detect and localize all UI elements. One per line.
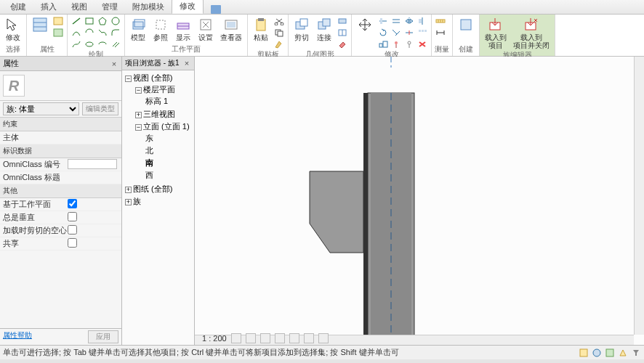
vertical-scrollbar[interactable] [634,57,644,335]
geom-join-button[interactable]: 连接 [314,16,334,42]
tab-addins[interactable]: 附加模块 [125,0,172,14]
array-button[interactable] [416,28,428,38]
apply-button[interactable]: 应用 [88,330,118,343]
status-icon-2[interactable] [592,348,602,358]
set-button[interactable]: 设置 [196,16,216,42]
scale-button[interactable] [377,39,389,49]
measure-button[interactable] [435,16,446,26]
workplane-checkbox[interactable] [68,199,77,208]
tree-north[interactable]: 北 [145,144,193,157]
tab-create[interactable]: 创建 [3,0,33,14]
visual-style-icon[interactable] [246,333,256,343]
dimension-button[interactable] [435,28,446,38]
tab-manage[interactable]: 管理 [94,0,125,14]
geom-cut-button[interactable]: 剪切 [291,16,312,42]
polygon-circum-tool[interactable] [110,16,121,26]
move-button[interactable] [355,16,375,33]
pick-lines-tool[interactable] [110,39,121,49]
offset-button[interactable] [390,16,402,26]
tree-views[interactable]: −视图 (全部) −楼层平面 标高 1 +三维视图 −立面 (立面 1) 东 北… [125,72,193,183]
load-close-button[interactable]: 载入到 项目并关闭 [511,16,552,50]
unpin-button[interactable] [403,39,415,49]
rect-tool[interactable] [84,16,95,26]
close-icon[interactable]: × [110,60,118,68]
tab-modify[interactable]: 修改 [172,0,204,14]
show-button[interactable]: 显示 [173,16,193,42]
vertical-checkbox[interactable] [68,212,77,221]
arc-center-tool[interactable] [84,28,95,38]
tree-level1[interactable]: 标高 1 [145,95,193,107]
mirror-axis-button[interactable] [403,16,415,26]
shared-checkbox[interactable] [68,238,77,248]
expand-icon[interactable]: + [125,187,132,193]
collapse-icon[interactable]: − [135,124,142,131]
crop-view-icon[interactable] [289,333,299,343]
tree-floorplans[interactable]: −楼层平面 标高 1 [135,83,193,108]
view-scale[interactable]: 1 : 200 [202,334,227,343]
crop-region-icon[interactable] [304,333,314,343]
split-face-button[interactable] [337,28,348,38]
tab-insert[interactable]: 插入 [33,0,64,14]
edit-type-button[interactable]: 编辑类型 [82,102,118,115]
panel-clipboard: 粘贴 剪贴板 [248,15,289,56]
expand-icon[interactable]: + [125,199,132,205]
copy-button[interactable] [273,28,285,38]
arc-tangent-tool[interactable] [97,28,108,38]
filter-icon[interactable] [631,348,641,358]
qat-dropdown-icon[interactable] [211,5,221,14]
load-into-project-button[interactable]: 载入到 项目 [483,16,509,50]
rotate-button[interactable] [377,28,389,38]
viewer-button[interactable]: 查看器 [218,16,244,42]
pin-button[interactable] [390,39,402,49]
delete-button[interactable] [416,39,428,49]
tree-south[interactable]: 南 [145,157,193,169]
tree-sheets[interactable]: +图纸 (全部) [125,183,193,195]
sun-path-icon[interactable] [260,333,270,343]
status-icon-4[interactable] [618,348,628,358]
status-icon-1[interactable] [579,348,589,358]
shadows-icon[interactable] [275,333,285,343]
close-icon[interactable]: × [182,59,191,68]
fillet-arc-tool[interactable] [110,28,121,38]
properties-help-link[interactable]: 属性帮助 [3,330,32,343]
spline-tool[interactable] [71,39,82,49]
tree-east[interactable]: 东 [145,132,193,144]
hide-isolate-icon[interactable] [318,333,329,343]
arc-start-end-tool[interactable] [71,28,82,38]
modify-button[interactable]: 修改 [3,16,23,42]
trim-extend-button[interactable] [390,28,402,38]
tab-view[interactable]: 视图 [64,0,94,14]
omniclass-number-input[interactable] [68,159,117,169]
split-button[interactable] [403,28,415,38]
ellipse-tool[interactable] [84,39,95,49]
tree-3dviews[interactable]: +三维视图 [135,108,193,121]
drawing-canvas[interactable]: 1 : 200 [195,57,644,345]
type-properties-button[interactable] [52,16,64,26]
cope-button[interactable] [337,16,348,26]
mirror-draw-button[interactable] [416,16,428,26]
tree-west[interactable]: 西 [145,169,193,182]
modify-grid [377,16,428,49]
detail-level-icon[interactable] [231,333,241,343]
align-button[interactable] [377,16,389,26]
model-button[interactable]: 模型 [128,16,148,42]
paste-button[interactable]: 粘贴 [251,16,271,42]
collapse-icon[interactable]: − [135,87,142,94]
partial-ellipse-tool[interactable] [97,39,108,49]
tree-families[interactable]: +族 [125,195,193,208]
ref-button[interactable]: 参照 [150,16,171,42]
voidcut-checkbox[interactable] [68,225,77,234]
polygon-inscribed-tool[interactable] [97,16,108,26]
collapse-icon[interactable]: − [125,76,132,82]
line-tool[interactable] [71,16,82,26]
expand-icon[interactable]: + [135,112,142,118]
family-type-select[interactable]: 族: 体量 [3,102,79,115]
family-types-button[interactable] [52,28,64,38]
cut-button[interactable] [273,16,285,26]
properties-button[interactable] [30,16,50,33]
status-icon-3[interactable] [605,348,615,358]
create-button[interactable] [456,16,476,33]
paint-button[interactable] [337,39,348,49]
tree-elevations[interactable]: −立面 (立面 1) 东 北 南 西 [135,121,193,182]
matchtype-button[interactable] [273,39,285,49]
